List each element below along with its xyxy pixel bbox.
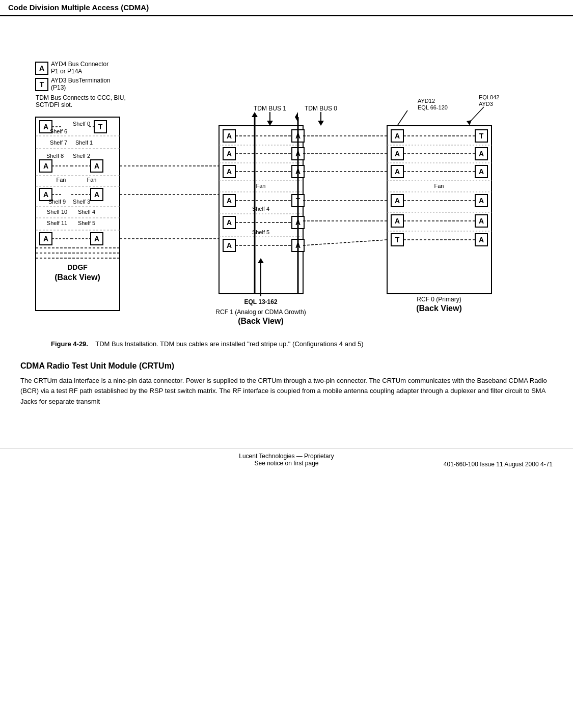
svg-text:T: T (395, 236, 400, 244)
svg-text:A: A (227, 132, 232, 140)
svg-marker-155 (295, 112, 298, 122)
svg-text:AYD4 Bus Connector: AYD4 Bus Connector (51, 61, 108, 68)
svg-text:AYD12: AYD12 (418, 98, 435, 104)
svg-text:A: A (395, 197, 400, 205)
svg-text:RCF 1 (Analog or CDMA Growth): RCF 1 (Analog or CDMA Growth) (215, 309, 306, 316)
svg-text:Shelf 10: Shelf 10 (47, 209, 67, 215)
svg-text:Shelf 11: Shelf 11 (47, 220, 67, 226)
figure-number: Figure 4-29. (51, 340, 88, 348)
svg-text:A: A (227, 241, 232, 249)
svg-marker-15 (318, 121, 324, 126)
svg-text:EQL 13-162: EQL 13-162 (244, 298, 277, 305)
svg-text:A: A (479, 217, 484, 225)
svg-text:A: A (479, 167, 484, 176)
svg-text:TDM BUS 0: TDM BUS 0 (305, 105, 337, 112)
svg-text:(Back View): (Back View) (54, 273, 100, 282)
svg-text:A: A (479, 197, 484, 205)
svg-text:A: A (227, 197, 232, 205)
figure-caption: Figure 4-29. TDM Bus Installation. TDM b… (51, 339, 553, 349)
svg-text:A: A (94, 162, 99, 170)
svg-text:Fan: Fan (256, 183, 266, 189)
svg-text:Shelf 1: Shelf 1 (75, 139, 93, 146)
svg-text:Shelf 7: Shelf 7 (50, 139, 67, 146)
svg-text:A: A (43, 190, 48, 199)
header-title: Code Division Multiple Access (CDMA) (8, 3, 149, 12)
svg-text:A: A (227, 218, 232, 227)
footer-page-ref: 401-660-100 Issue 11 August 2000 4-71 (444, 461, 553, 468)
svg-line-165 (397, 110, 407, 126)
svg-text:Shelf 4: Shelf 4 (78, 209, 95, 215)
svg-text:SCT/DFI slot.: SCT/DFI slot. (36, 101, 72, 108)
svg-text:A: A (43, 123, 48, 131)
svg-marker-21 (467, 120, 472, 125)
svg-text:(Back View): (Back View) (238, 317, 284, 325)
svg-text:A: A (39, 64, 44, 72)
svg-text:A: A (479, 150, 484, 158)
section-heading: CDMA Radio Test Unit Module (CRTUm) (20, 361, 553, 371)
svg-text:P1 or P14A: P1 or P14A (51, 68, 82, 75)
body-text: The CRTUm data interface is a nine-pin d… (20, 376, 553, 407)
svg-marker-153 (252, 112, 258, 117)
svg-text:A: A (94, 235, 99, 243)
svg-text:Shelf 8: Shelf 8 (46, 153, 64, 159)
svg-text:(P13): (P13) (51, 84, 66, 91)
page-header: Code Division Multiple Access (CDMA) (0, 0, 573, 16)
svg-text:T: T (40, 80, 44, 89)
footer-company: Lucent Technologies — Proprietary (0, 453, 573, 460)
svg-text:TDM Bus Connects to CCC, BIU,: TDM Bus Connects to CCC, BIU, (36, 94, 126, 101)
svg-text:A: A (227, 167, 232, 176)
svg-text:Shelf 3: Shelf 3 (73, 199, 90, 205)
diagram-area: A AYD4 Bus Connector P1 or P14A T AYD3 B… (20, 32, 550, 327)
svg-text:AYD3: AYD3 (479, 101, 493, 107)
svg-text:EQL042: EQL042 (479, 94, 499, 100)
main-diagram-svg: A AYD4 Bus Connector P1 or P14A T AYD3 B… (20, 32, 550, 327)
svg-text:T: T (479, 132, 484, 140)
svg-text:RCF 0 (Primary): RCF 0 (Primary) (417, 296, 461, 303)
svg-text:Fan: Fan (434, 183, 444, 189)
svg-text:A: A (395, 167, 400, 176)
svg-text:A: A (395, 217, 400, 225)
svg-text:T: T (98, 123, 103, 131)
svg-text:Shelf 9: Shelf 9 (48, 199, 66, 205)
svg-line-164 (303, 240, 387, 245)
svg-marker-12 (267, 121, 273, 126)
svg-text:EQL 66-120: EQL 66-120 (418, 104, 448, 110)
svg-text:AYD3 BusTermination: AYD3 BusTermination (51, 77, 111, 84)
svg-text:Fan: Fan (87, 177, 97, 183)
svg-text:A: A (395, 150, 400, 158)
svg-text:A: A (94, 190, 99, 199)
svg-text:A: A (227, 150, 232, 158)
svg-text:Shelf 2: Shelf 2 (73, 153, 90, 159)
svg-text:A: A (395, 132, 400, 140)
svg-text:A: A (479, 236, 484, 244)
svg-text:Fan: Fan (57, 177, 66, 183)
svg-text:TDM BUS 1: TDM BUS 1 (254, 105, 286, 112)
svg-text:A: A (43, 162, 48, 170)
svg-text:A: A (43, 235, 48, 243)
svg-text:(Back View): (Back View) (416, 304, 462, 313)
figure-caption-text: TDM Bus Installation. TDM bus cables are… (95, 340, 363, 348)
svg-text:Shelf 5: Shelf 5 (78, 220, 95, 226)
svg-text:Shelf 6: Shelf 6 (50, 128, 67, 134)
svg-text:DDGF: DDGF (67, 263, 88, 271)
svg-text:Shelf 0: Shelf 0 (73, 121, 90, 127)
